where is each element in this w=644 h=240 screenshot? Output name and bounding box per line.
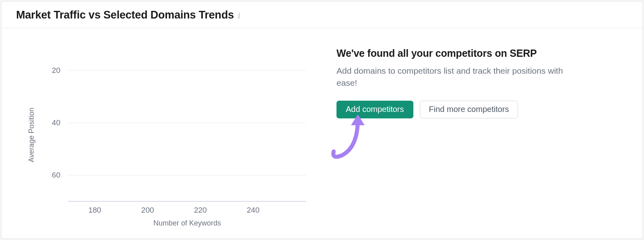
- x-tick-label: 240: [247, 206, 260, 214]
- panel-body: 204060180200220240Number of KeywordsAver…: [2, 28, 642, 238]
- market-traffic-panel: Market Traffic vs Selected Domains Trend…: [1, 1, 643, 239]
- y-tick-label: 60: [52, 171, 60, 179]
- panel-header: Market Traffic vs Selected Domains Trend…: [2, 2, 642, 28]
- y-tick-label: 40: [52, 118, 60, 127]
- add-competitors-button[interactable]: Add competitors: [336, 101, 413, 118]
- y-axis-label: Average Position: [27, 108, 35, 162]
- x-tick-label: 200: [141, 206, 154, 214]
- find-more-competitors-button[interactable]: Find more competitors: [420, 101, 518, 118]
- info-icon[interactable]: i: [238, 11, 240, 21]
- x-axis-label: Number of Keywords: [153, 219, 221, 227]
- side-panel: We've found all your competitors on SERP…: [330, 40, 628, 230]
- chart-svg: 204060180200220240Number of KeywordsAver…: [16, 40, 314, 234]
- side-description: Add domains to competitors list and trac…: [336, 65, 578, 89]
- y-tick-label: 20: [52, 66, 60, 74]
- button-row: Add competitors Find more competitors: [336, 101, 628, 118]
- x-tick-label: 180: [89, 206, 101, 214]
- x-tick-label: 220: [194, 206, 207, 214]
- side-heading: We've found all your competitors on SERP: [336, 48, 628, 59]
- chart-area: 204060180200220240Number of KeywordsAver…: [16, 40, 314, 230]
- panel-title: Market Traffic vs Selected Domains Trend…: [16, 9, 234, 21]
